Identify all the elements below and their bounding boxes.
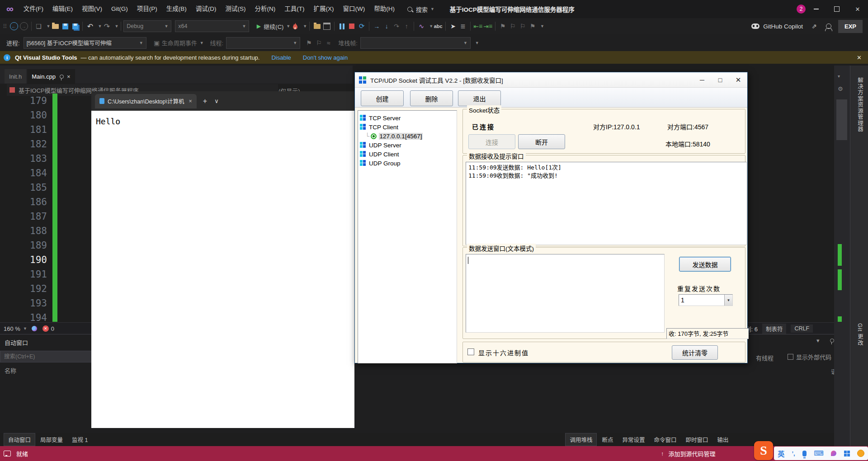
show-external-code[interactable]: 显示外部代码	[788, 353, 831, 361]
process-select[interactable]: [56560] 基于IOCP模型编写可伸缩▼	[24, 37, 146, 49]
show-next-statement-icon[interactable]: →	[372, 21, 382, 31]
menu-debug[interactable]: 调试(D)	[191, 0, 221, 18]
hex-checkbox-label[interactable]: 显示十六进制值	[478, 348, 529, 357]
tree-item-udp-server[interactable]: UDP Server	[358, 141, 457, 150]
abc-verify-icon[interactable]: abc	[433, 21, 443, 31]
ime-emoji-icon[interactable]	[857, 450, 864, 457]
minimize-button[interactable]	[806, 0, 826, 18]
flag-icon[interactable]: ⚑	[304, 38, 314, 48]
dialog-close-icon[interactable]: ✕	[729, 76, 747, 84]
zoom-level-select[interactable]: 160 %	[4, 325, 20, 332]
exit-button[interactable]: 退出	[458, 90, 501, 106]
title-search[interactable]: 搜索 ▼	[407, 5, 434, 14]
ime-punctuation-icon[interactable]: ’,	[792, 450, 795, 457]
redo-icon[interactable]: ↷	[102, 21, 112, 31]
dialog-minimize-icon[interactable]: ─	[693, 76, 711, 84]
intellitrace-icon[interactable]: ∿	[416, 21, 426, 31]
step-into-icon[interactable]: ↓	[382, 21, 392, 31]
disconnect-button[interactable]: 断开	[518, 134, 565, 149]
dialog-title-bar[interactable]: TCP/UDP Socket 调试工具 V2.2 - [数据收发窗口] ─ □ …	[355, 72, 747, 88]
continue-label[interactable]: 继续(C)	[264, 22, 283, 31]
error-count[interactable]: 0	[51, 325, 54, 332]
connect-button[interactable]: 连接	[468, 134, 515, 149]
panel-tab-breakpoints[interactable]: 断点	[598, 433, 617, 446]
save-icon[interactable]	[60, 21, 70, 31]
notepad-new-tab-button[interactable]: +	[203, 97, 207, 105]
panel-tab-immediate[interactable]: 即时窗口	[682, 433, 712, 446]
tab-close-icon[interactable]: ×	[67, 73, 71, 80]
restart-icon[interactable]: ⟳	[357, 21, 367, 31]
select-cursor-icon[interactable]: ➤	[448, 21, 458, 31]
scrollbar-thumb[interactable]	[836, 99, 847, 140]
hex-checkbox[interactable]	[467, 348, 474, 355]
menu-help[interactable]: 帮助(H)	[369, 0, 399, 18]
ime-skin-icon[interactable]	[831, 451, 836, 456]
feedback-bubble-icon[interactable]	[4, 451, 11, 456]
new-project-icon[interactable]: ❏	[34, 21, 44, 31]
panel-pin-icon[interactable]	[830, 339, 834, 343]
menu-edit[interactable]: 编辑(E)	[48, 0, 77, 18]
scroll-chevron-icon[interactable]: ▾	[838, 74, 840, 79]
github-copilot-label[interactable]: GitHub Copilot	[763, 23, 803, 30]
bookmark-next-icon[interactable]: ⚐	[518, 21, 528, 31]
share-icon[interactable]: ⇗	[809, 21, 819, 31]
socket-tree[interactable]: TCP Server TCP Client └ 127.0.0.1[4567] …	[358, 110, 457, 363]
notepad-tab-close-icon[interactable]: ×	[189, 98, 192, 104]
document-outline-icon[interactable]: ≣	[458, 21, 468, 31]
tabs-indicator[interactable]: 制表符	[762, 324, 787, 334]
ime-language-toggle[interactable]: 英	[778, 449, 784, 458]
scroll-gear-icon[interactable]: ⚙	[838, 85, 843, 92]
break-all-icon[interactable]	[337, 21, 347, 31]
lifecycle-events-icon[interactable]: ▣	[152, 38, 162, 48]
restore-button[interactable]	[826, 0, 847, 18]
error-count-icon[interactable]: ✕	[42, 325, 49, 332]
configuration-select[interactable]: Debug▼	[123, 20, 171, 32]
menu-project[interactable]: 项目(P)	[132, 0, 162, 18]
menu-test[interactable]: 测试(S)	[221, 0, 250, 18]
panel-tab-watch1[interactable]: 监视 1	[68, 433, 92, 446]
undo-icon[interactable]: ↶	[85, 21, 95, 31]
notification-close-icon[interactable]: ✕	[857, 54, 862, 61]
sidebar-tab-git-changes[interactable]: Git 更改	[856, 323, 864, 346]
thread-select[interactable]: ▼	[226, 37, 300, 49]
send-data-button[interactable]: 发送数据	[679, 257, 731, 272]
stack-frame-select[interactable]: ▼	[360, 37, 471, 49]
github-copilot-icon[interactable]	[751, 24, 760, 29]
send-textarea[interactable]	[466, 254, 665, 333]
panel-chevron-icon[interactable]: ▾	[816, 337, 820, 344]
bookmark-clear-icon[interactable]: ⚑	[528, 21, 538, 31]
indent-decrease-icon[interactable]: ⇤≡	[473, 21, 483, 31]
panel-tab-exceptions[interactable]: 异常设置	[618, 433, 649, 446]
dialog-restore-icon[interactable]: □	[711, 76, 729, 84]
flag-outline-icon[interactable]: ⚐	[314, 38, 324, 48]
tab-init-h[interactable]: Init.h	[5, 69, 26, 84]
menu-build[interactable]: 生成(B)	[162, 0, 191, 18]
exp-button[interactable]: EXP	[838, 20, 863, 33]
disable-link[interactable]: Disable	[271, 54, 291, 61]
tab-main-cpp[interactable]: Main.cpp ×	[27, 69, 75, 84]
platform-select[interactable]: x64▼	[175, 20, 249, 32]
menu-tools[interactable]: 工具(T)	[280, 0, 309, 18]
step-out-icon[interactable]: ↑	[401, 21, 411, 31]
clear-stats-button[interactable]: 统计清零	[672, 345, 718, 360]
panel-tab-locals[interactable]: 局部变量	[36, 433, 67, 446]
open-folder-icon[interactable]	[50, 21, 60, 31]
feedback-icon[interactable]	[824, 21, 834, 31]
menu-analyze[interactable]: 分析(N)	[250, 0, 280, 18]
eol-indicator[interactable]: CRLF	[791, 325, 813, 333]
sogou-input-icon[interactable]: S	[754, 441, 773, 460]
indent-increase-icon[interactable]: ⇥≡	[483, 21, 493, 31]
tree-item-udp-client[interactable]: UDP Client	[358, 150, 457, 159]
delete-button[interactable]: 删除	[410, 90, 453, 106]
menu-git[interactable]: Git(G)	[107, 0, 132, 18]
notepad-content[interactable]: Hello	[96, 117, 120, 126]
add-to-source-control[interactable]: 添加到源代码管理	[669, 449, 716, 458]
tree-item-connection[interactable]: └ 127.0.0.1[4567]	[358, 132, 457, 141]
pin-icon[interactable]	[60, 75, 64, 79]
repeat-count-select[interactable]: 1 ▼	[679, 294, 733, 306]
save-all-icon[interactable]	[70, 21, 80, 31]
stop-debugging-icon[interactable]	[347, 21, 357, 31]
continue-icon[interactable]: ▶	[254, 21, 264, 31]
panel-tab-callstack[interactable]: 调用堆栈	[565, 433, 597, 446]
ime-mic-icon[interactable]	[802, 451, 807, 456]
